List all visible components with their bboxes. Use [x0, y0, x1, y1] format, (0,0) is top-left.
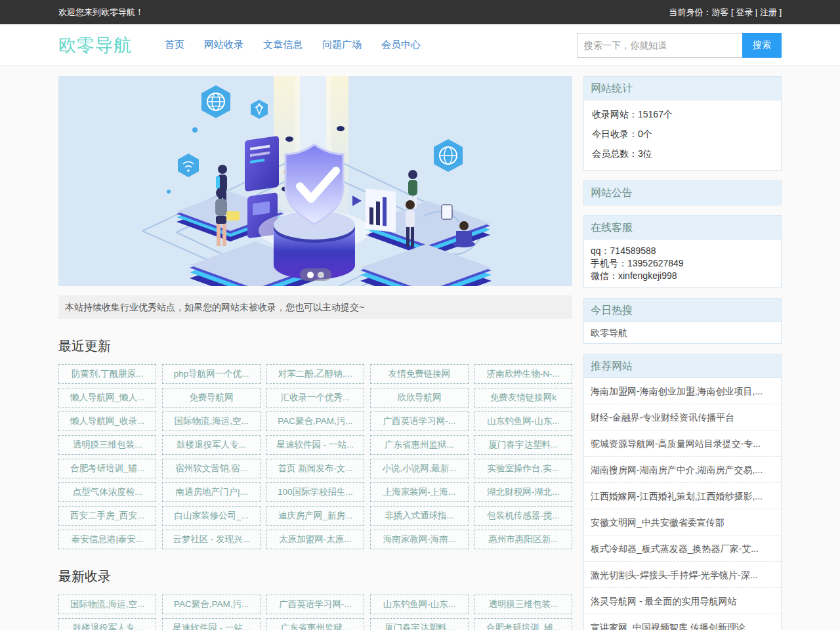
site-link[interactable]: 白山家装修公司_...: [162, 506, 260, 526]
hero-banner[interactable]: [58, 76, 572, 286]
site-link[interactable]: 懒人导航网_懒人...: [58, 388, 156, 408]
site-stats-body: 收录网站：15167个今日收录：0个会员总数：3位: [584, 100, 781, 170]
site-link[interactable]: 懒人导航网_收录...: [58, 411, 156, 431]
site-link[interactable]: 欣欣导航网: [370, 388, 468, 408]
site-link[interactable]: 迪庆房产网_新房...: [266, 506, 364, 526]
site-link[interactable]: 透明膜三维包装...: [58, 435, 156, 455]
header: 欧零导航 首页网站收录文章信息问题广场会员中心 搜索: [0, 24, 840, 66]
panel-online-service: 在线客服 qq：714589588手机号：13952627849微信：xinfe…: [583, 215, 782, 288]
site-link[interactable]: 首页 新闻发布-文...: [266, 459, 364, 478]
site-link[interactable]: 广西英语学习网-...: [370, 411, 468, 431]
site-link[interactable]: 国际物流,海运,空...: [162, 411, 260, 431]
chart-board: [366, 188, 396, 232]
recommended-site-link[interactable]: 驼城资源导航网-高质量网站目录提交-专...: [584, 430, 781, 457]
recommended-site-link[interactable]: 洛灵导航网 - 最全面的实用导航网站: [584, 588, 781, 614]
site-link[interactable]: 对苯二酚,乙醇钠,...: [266, 364, 364, 384]
site-link[interactable]: 上海家装网-上海...: [370, 482, 468, 502]
nav-item[interactable]: 问题广场: [322, 39, 362, 51]
site-link[interactable]: PAC聚合,PAM,污...: [266, 411, 364, 431]
welcome-text: 欢迎您来到欧零导航！: [58, 7, 144, 18]
site-link[interactable]: 合肥考研培训_辅...: [474, 618, 572, 630]
submit-notice: 本站持续收集行业优秀站点，如果您的网站未被收录，您也可以主动提交~: [58, 295, 572, 319]
search-input[interactable]: [577, 33, 742, 58]
site-link[interactable]: 南通房地产门户|...: [162, 482, 260, 502]
site-link[interactable]: 太原加盟网-太原...: [266, 530, 364, 549]
site-link[interactable]: 免费友情链接网k: [474, 388, 572, 408]
contact-row: qq：714589588: [591, 245, 774, 257]
site-link[interactable]: 海南家教网-海南...: [370, 530, 468, 549]
site-link[interactable]: 广东省惠州监狱...: [370, 435, 468, 455]
online-service-body: qq：714589588手机号：13952627849微信：xinfengkej…: [584, 240, 781, 287]
carousel-dot[interactable]: [318, 272, 324, 278]
stat-row: 今日收录：0个: [592, 124, 773, 144]
contact-row: 微信：xinfengkeji998: [591, 270, 774, 282]
site-link[interactable]: 山东钓鱼网-山东...: [370, 595, 468, 614]
site-link[interactable]: 星速软件园 - 一站...: [162, 618, 260, 630]
recommended-site-link[interactable]: 财经-金融界-专业财经资讯传播平台: [584, 404, 781, 430]
hot-search-item[interactable]: 欧零导航: [584, 322, 781, 343]
site-link[interactable]: 云梦社区 - 发现兴...: [162, 530, 260, 549]
site-link[interactable]: 鼓楼退役军人专...: [58, 618, 156, 630]
site-link[interactable]: 西安二手房_西安...: [58, 506, 156, 526]
site-link[interactable]: 非插入式通球指...: [370, 506, 468, 526]
search-button[interactable]: 搜索: [742, 33, 782, 58]
nav-item[interactable]: 文章信息: [263, 39, 303, 51]
nav-item[interactable]: 网站收录: [204, 39, 243, 51]
sidebar: 网站统计 收录网站：15167个今日收录：0个会员总数：3位 网站公告 在线客服…: [583, 76, 782, 630]
topbar: 欢迎您来到欧零导航！ 当前身份：游客 [ 登录 | 注册 ]: [0, 0, 840, 24]
main-nav: 首页网站收录文章信息问题广场会员中心: [165, 39, 440, 51]
section-title-recent-updates: 最近更新: [58, 337, 572, 355]
nav-item[interactable]: 会员中心: [381, 39, 421, 51]
site-link[interactable]: 汇收录一个优秀...: [266, 388, 364, 408]
site-link[interactable]: 点型气体浓度检...: [58, 482, 156, 502]
site-link[interactable]: 小说,小说网,最新...: [370, 459, 468, 478]
hero-illustration: [58, 76, 572, 286]
site-link[interactable]: 防黄剂,丁酰肼原...: [58, 364, 156, 384]
site-link[interactable]: 广东省惠州监狱...: [266, 618, 364, 630]
stat-row: 会员总数：3位: [592, 144, 773, 163]
site-link[interactable]: 友情免费链接网: [370, 364, 468, 384]
site-link[interactable]: 透明膜三维包装...: [474, 595, 572, 614]
carousel-dot-active[interactable]: [307, 272, 314, 278]
recommended-site-link[interactable]: 江西婚嫁网-江西婚礼策划,江西婚纱摄影,...: [584, 483, 781, 509]
site-link[interactable]: 国际物流,海运,空...: [58, 595, 156, 614]
panel-hot-search: 今日热搜 欧零导航: [583, 298, 782, 344]
site-link[interactable]: 泰安信息港|泰安...: [58, 530, 156, 549]
site-link[interactable]: 湖北财税网-湖北...: [474, 482, 572, 502]
site-link[interactable]: 鼓楼退役军人专...: [162, 435, 260, 455]
site-link[interactable]: 星速软件园 - 一站...: [266, 435, 364, 455]
site-link[interactable]: 宿州软文营销,宿...: [162, 459, 260, 478]
site-link[interactable]: 广西英语学习网-...: [266, 595, 364, 614]
search-area: 搜索: [577, 33, 782, 58]
recommended-site-link[interactable]: 板式冷却器_板式蒸发器_换热器厂家-艾...: [584, 536, 781, 562]
recommended-site-link[interactable]: 宣讲家网_中国视频智库 传播创新理论: [584, 614, 781, 630]
site-link[interactable]: 免费导航网: [162, 388, 260, 408]
site-link[interactable]: 惠州市惠阳区新...: [474, 530, 572, 549]
site-link[interactable]: 厦门春宇达塑料...: [370, 618, 468, 630]
site-link[interactable]: php导航网一个优...: [162, 364, 260, 384]
site-link[interactable]: 实验室操作台,实...: [474, 459, 572, 478]
recommended-sites-list: 海南加盟网-海南创业加盟,海南创业项目,...财经-金融界-专业财经资讯传播平台…: [584, 378, 781, 630]
contact-row: 手机号：13952627849: [591, 257, 774, 270]
recommended-site-link[interactable]: 激光切割头-焊接头-手持焊-光学镜片-深...: [584, 562, 781, 588]
site-link[interactable]: 合肥考研培训_辅...: [58, 459, 156, 478]
recent-updates-grid: 防黄剂,丁酰肼原...php导航网一个优...对苯二酚,乙醇钠,...友情免费链…: [58, 364, 572, 549]
site-link[interactable]: 包装机传感器-搅...: [474, 506, 572, 526]
recommended-site-link[interactable]: 安徽文明网_中共安徽省委宣传部: [584, 509, 781, 536]
recommended-site-link[interactable]: 湖南搜房网-湖南房产中介,湖南房产交易,...: [584, 457, 781, 483]
site-link[interactable]: 100国际学校招生...: [266, 482, 364, 502]
site-link[interactable]: 山东钓鱼网-山东...: [474, 411, 572, 431]
panel-title-site-stats: 网站统计: [584, 77, 781, 100]
nav-item[interactable]: 首页: [165, 39, 184, 51]
panel-title-site-announcement: 网站公告: [584, 181, 781, 205]
identity-login-register[interactable]: 当前身份：游客 [ 登录 | 注册 ]: [669, 7, 782, 18]
hot-search-list: 欧零导航: [584, 322, 781, 343]
main-column: 本站持续收集行业优秀站点，如果您的网站未被收录，您也可以主动提交~ 最近更新 防…: [58, 76, 572, 630]
section-title-latest-included: 最新收录: [58, 568, 572, 585]
site-link[interactable]: 厦门春宇达塑料...: [474, 435, 572, 455]
recommended-site-link[interactable]: 海南加盟网-海南创业加盟,海南创业项目,...: [584, 378, 781, 404]
site-link[interactable]: PAC聚合,PAM,污...: [162, 595, 260, 614]
panel-title-online-service: 在线客服: [584, 216, 781, 240]
site-link[interactable]: 济南欣烨生物-N-...: [474, 364, 572, 384]
site-logo[interactable]: 欧零导航: [58, 33, 132, 57]
